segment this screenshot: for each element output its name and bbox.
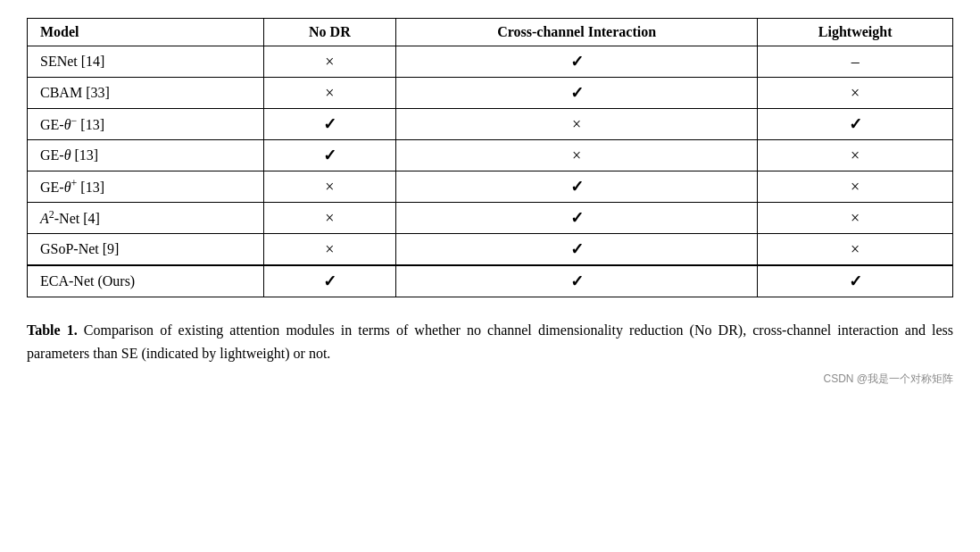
cell-lightweight: × <box>758 203 953 234</box>
cell-cross-channel: ✓ <box>396 234 758 266</box>
cell-model: CBAM [33] <box>28 78 264 109</box>
cell-cross-channel: × <box>396 140 758 171</box>
col-header-cross-channel: Cross-channel Interaction <box>396 19 758 46</box>
cell-model: SENet [14] <box>28 46 264 78</box>
cell-no-dr: ✓ <box>263 109 395 140</box>
table-caption: Table 1. Comparison of existing attentio… <box>27 319 953 364</box>
cell-cross-channel: ✓ <box>396 171 758 203</box>
watermark: CSDN @我是一个对称矩阵 <box>27 372 953 387</box>
cell-model: GE-θ [13] <box>28 140 264 171</box>
table-row: CBAM [33]×✓× <box>28 78 953 109</box>
col-header-lightweight: Lightweight <box>758 19 953 46</box>
table-row: GE-θ− [13]✓×✓ <box>28 109 953 140</box>
cell-cross-channel: ✓ <box>396 46 758 78</box>
comparison-table: Model No DR Cross-channel Interaction Li… <box>27 18 953 297</box>
cell-cross-channel: ✓ <box>396 265 758 297</box>
cell-lightweight: ✓ <box>758 109 953 140</box>
cell-model: GE-θ− [13] <box>28 109 264 140</box>
cell-cross-channel: ✓ <box>396 78 758 109</box>
cell-model: A2-Net [4] <box>28 203 264 234</box>
table-row: GSoP-Net [9]×✓× <box>28 234 953 266</box>
cell-no-dr: × <box>263 171 395 203</box>
table-row: GE-θ [13]✓×× <box>28 140 953 171</box>
cell-model: GE-θ+ [13] <box>28 171 264 203</box>
page-container: Model No DR Cross-channel Interaction Li… <box>27 18 953 387</box>
cell-lightweight: × <box>758 171 953 203</box>
cell-cross-channel: ✓ <box>396 203 758 234</box>
cell-no-dr: ✓ <box>263 140 395 171</box>
cell-lightweight: × <box>758 78 953 109</box>
cell-lightweight: – <box>758 46 953 78</box>
cell-no-dr: × <box>263 46 395 78</box>
cell-lightweight: × <box>758 140 953 171</box>
table-header-row: Model No DR Cross-channel Interaction Li… <box>28 19 953 46</box>
cell-model: ECA-Net (Ours) <box>28 265 264 297</box>
caption-label: Table 1. <box>27 322 78 338</box>
cell-lightweight: ✓ <box>758 265 953 297</box>
cell-model: GSoP-Net [9] <box>28 234 264 266</box>
table-row: ECA-Net (Ours)✓✓✓ <box>28 265 953 297</box>
cell-no-dr: × <box>263 203 395 234</box>
cell-no-dr: × <box>263 234 395 266</box>
cell-lightweight: × <box>758 234 953 266</box>
table-row: GE-θ+ [13]×✓× <box>28 171 953 203</box>
col-header-model: Model <box>28 19 264 46</box>
cell-no-dr: ✓ <box>263 265 395 297</box>
caption-text: Comparison of existing attention modules… <box>27 322 953 361</box>
cell-no-dr: × <box>263 78 395 109</box>
cell-cross-channel: × <box>396 109 758 140</box>
table-row: SENet [14]×✓– <box>28 46 953 78</box>
table-row: A2-Net [4]×✓× <box>28 203 953 234</box>
col-header-no-dr: No DR <box>263 19 395 46</box>
